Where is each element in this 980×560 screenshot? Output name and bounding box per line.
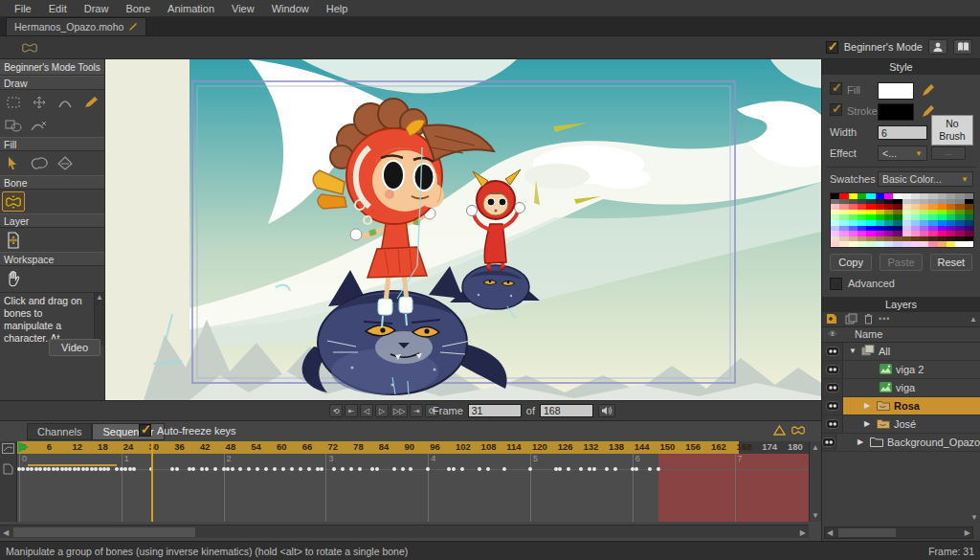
canvas-viewport[interactable] bbox=[105, 59, 821, 400]
layers-horizontal-scrollbar[interactable]: ◀ ▶ bbox=[824, 526, 973, 539]
width-input[interactable] bbox=[878, 125, 927, 140]
menu-bone[interactable]: Bone bbox=[117, 2, 159, 15]
keyframe-dot[interactable] bbox=[226, 467, 230, 471]
menu-window[interactable]: Window bbox=[263, 2, 318, 15]
go-to-end-button[interactable]: ⇥ bbox=[410, 404, 423, 417]
keyframe-dot[interactable] bbox=[401, 467, 405, 471]
keyframe-dot[interactable] bbox=[635, 467, 638, 471]
step-forward-button[interactable]: ▷▷ bbox=[390, 404, 408, 417]
duplicate-layer-icon[interactable] bbox=[845, 313, 858, 325]
effect-more-button[interactable]: ... bbox=[931, 146, 966, 160]
keyframe-dot[interactable] bbox=[47, 467, 51, 471]
keyframe-dot[interactable] bbox=[579, 467, 583, 471]
play-button[interactable]: ▷ bbox=[375, 404, 389, 417]
advanced-checkbox[interactable] bbox=[830, 278, 842, 290]
keyframe-dot[interactable] bbox=[370, 467, 374, 471]
keyframe-dot[interactable] bbox=[200, 467, 204, 471]
keyframe-dot[interactable] bbox=[175, 467, 179, 471]
help-scrollbar[interactable]: ▲ bbox=[94, 293, 104, 346]
timeline-scroll-left-icon[interactable]: ◀ bbox=[3, 528, 9, 537]
keyframe-dot[interactable] bbox=[238, 467, 242, 471]
keyframe-dot[interactable] bbox=[30, 467, 33, 471]
layer-row-viga-2[interactable]: viga 2 bbox=[822, 361, 980, 379]
visibility-toggle[interactable] bbox=[822, 434, 836, 451]
keyframe-dot[interactable] bbox=[447, 467, 451, 471]
keyframe-dot[interactable] bbox=[349, 467, 353, 471]
frame-input[interactable] bbox=[468, 404, 522, 417]
autofreeze-checkbox[interactable] bbox=[139, 424, 151, 437]
keyframe-dot[interactable] bbox=[460, 467, 464, 471]
current-frame-marker[interactable] bbox=[151, 441, 153, 522]
fill-checkbox[interactable] bbox=[830, 82, 842, 95]
keyframe-dot[interactable] bbox=[392, 467, 396, 471]
keyframe-dot[interactable] bbox=[191, 467, 195, 471]
palette-swatch[interactable] bbox=[947, 241, 955, 247]
delete-edge-tool[interactable] bbox=[28, 115, 51, 135]
palette-swatch[interactable] bbox=[858, 241, 866, 247]
copy-button[interactable]: Copy bbox=[830, 254, 872, 271]
keyframe-dot[interactable] bbox=[502, 467, 506, 471]
palette-swatch[interactable] bbox=[884, 241, 893, 247]
select-points-tool[interactable] bbox=[2, 92, 25, 112]
keyframe-dot[interactable] bbox=[188, 467, 191, 471]
bone-markers-icon[interactable] bbox=[791, 425, 806, 436]
keyframe-dot[interactable] bbox=[106, 467, 110, 471]
palette-swatch[interactable] bbox=[831, 241, 839, 247]
rewind-loop-button[interactable]: ⟲ bbox=[329, 404, 343, 417]
timeline-horizontal-scrollbar[interactable]: ◀ ▶ bbox=[0, 525, 809, 538]
keyframe-dot[interactable] bbox=[426, 467, 430, 471]
keyframe-dot[interactable] bbox=[316, 467, 320, 471]
expand-arrow-icon[interactable]: ▶ bbox=[864, 419, 873, 428]
keyframe-dot[interactable] bbox=[128, 467, 132, 471]
keyframe-dot[interactable] bbox=[90, 467, 94, 471]
palette-swatch[interactable] bbox=[911, 241, 920, 247]
layers-collapse-arrow[interactable]: ▲ bbox=[969, 315, 977, 324]
keyframe-dot[interactable] bbox=[592, 467, 596, 471]
expand-arrow-icon[interactable]: ▶ bbox=[864, 401, 873, 410]
keyframe-dot[interactable] bbox=[320, 467, 323, 471]
menu-view[interactable]: View bbox=[223, 2, 263, 15]
keyframe-dot[interactable] bbox=[657, 467, 660, 471]
palette-swatch[interactable] bbox=[928, 241, 937, 247]
menu-edit[interactable]: Edit bbox=[40, 2, 76, 15]
keyframe-dot[interactable] bbox=[17, 467, 21, 471]
paste-button[interactable]: Paste bbox=[880, 254, 922, 271]
pan-tool[interactable] bbox=[2, 268, 25, 288]
keyframe-dot[interactable] bbox=[60, 467, 64, 471]
tab-channels[interactable]: Channels bbox=[27, 423, 92, 440]
keyframe-dot[interactable] bbox=[528, 467, 532, 471]
step-back-button[interactable]: ◁ bbox=[360, 404, 373, 417]
paint-bucket-tool[interactable] bbox=[54, 153, 77, 173]
layers-more-button[interactable]: ••• bbox=[879, 314, 890, 324]
play-start-marker[interactable] bbox=[18, 441, 29, 453]
reset-button[interactable]: Reset bbox=[930, 254, 972, 271]
keyframe-dot[interactable] bbox=[132, 467, 136, 471]
no-brush-button[interactable]: No Brush bbox=[931, 115, 973, 146]
keyframe-dot[interactable] bbox=[56, 467, 59, 471]
delete-layer-icon[interactable] bbox=[864, 313, 873, 325]
effect-dropdown[interactable]: <...▼ bbox=[878, 146, 927, 161]
color-palette[interactable] bbox=[830, 192, 974, 248]
draw-shape-tool[interactable] bbox=[2, 115, 25, 135]
layer-row-viga[interactable]: viga bbox=[822, 379, 980, 397]
menu-help[interactable]: Help bbox=[318, 2, 357, 15]
transform-points-tool[interactable] bbox=[28, 92, 51, 112]
swatches-dropdown[interactable]: Basic Color...▼ bbox=[878, 171, 973, 187]
keyframe-dot[interactable] bbox=[273, 467, 277, 471]
keyframe-dot[interactable] bbox=[299, 467, 302, 471]
keyframe-dot[interactable] bbox=[34, 467, 38, 471]
keyframe-dot[interactable] bbox=[38, 467, 42, 471]
keyframe-dot[interactable] bbox=[281, 467, 285, 471]
user-profile-button[interactable] bbox=[928, 39, 947, 55]
keyframe-dot[interactable] bbox=[478, 467, 481, 471]
palette-swatch[interactable] bbox=[876, 241, 884, 247]
keyframe-dot[interactable] bbox=[631, 467, 635, 471]
visibility-toggle[interactable] bbox=[822, 361, 843, 378]
keyframe-dot[interactable] bbox=[588, 467, 591, 471]
keyframe-dot[interactable] bbox=[99, 467, 102, 471]
keyframe-dot[interactable] bbox=[102, 467, 106, 471]
library-button[interactable] bbox=[953, 39, 972, 55]
keyframe-dot[interactable] bbox=[613, 467, 617, 471]
keyframe-dot[interactable] bbox=[21, 467, 25, 471]
palette-swatch[interactable] bbox=[839, 241, 848, 247]
